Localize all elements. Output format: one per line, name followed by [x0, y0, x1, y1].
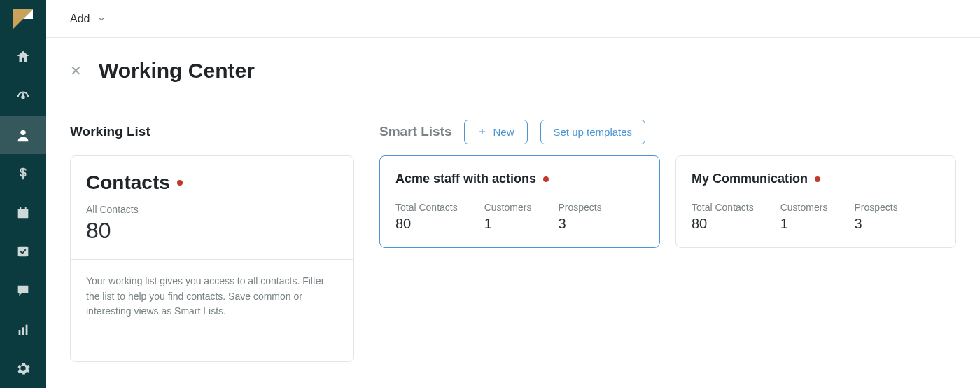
stat-label: Customers — [484, 202, 532, 213]
chat-icon[interactable] — [0, 271, 46, 310]
contacts-help-text: Your working list gives you access to al… — [71, 260, 354, 361]
stat-label: Customers — [780, 202, 828, 213]
plus-icon — [477, 127, 487, 137]
all-contacts-label: All Contacts — [86, 204, 338, 215]
stat-label: Prospects — [854, 202, 897, 213]
smart-card-title: My Communication — [692, 172, 808, 186]
add-label: Add — [70, 13, 90, 25]
add-button[interactable]: Add — [70, 13, 106, 25]
stat: Total Contacts 80 — [692, 202, 754, 232]
stat-label: Total Contacts — [692, 202, 754, 213]
page-header: ✕ Working Center — [70, 59, 956, 83]
setup-templates-label: Set up templates — [554, 126, 633, 138]
svg-rect-10 — [26, 324, 28, 335]
stat-label: Prospects — [558, 202, 601, 213]
smart-lists-column: Smart Lists New Set up templates Acme st… — [379, 119, 956, 248]
status-dot — [543, 176, 549, 182]
stat-value: 80 — [692, 216, 754, 232]
stat-value: 3 — [854, 216, 897, 232]
smart-lists-title: Smart Lists — [379, 124, 451, 139]
topbar: Add — [46, 0, 980, 38]
stat: Customers 1 — [484, 202, 532, 232]
check-icon[interactable] — [0, 233, 46, 272]
svg-point-2 — [22, 96, 24, 99]
calendar-icon[interactable] — [0, 193, 46, 233]
stats-row: Total Contacts 80 Customers 1 Prospects … — [692, 202, 940, 232]
svg-point-3 — [20, 130, 25, 134]
smart-lists-header: Smart Lists New Set up templates — [379, 119, 956, 144]
stat-value: 1 — [780, 216, 828, 232]
svg-rect-5 — [20, 207, 21, 210]
dollar-icon[interactable] — [0, 154, 46, 193]
status-dot — [177, 180, 183, 186]
svg-rect-9 — [22, 327, 24, 335]
contacts-count: 80 — [86, 218, 338, 244]
stat-value: 3 — [558, 216, 601, 232]
bars-icon[interactable] — [0, 310, 46, 349]
content: ✕ Working Center Working List Contacts A… — [46, 38, 980, 362]
stat: Total Contacts 80 — [396, 202, 458, 232]
stat-value: 80 — [396, 216, 458, 232]
svg-rect-8 — [19, 330, 21, 335]
gear-icon[interactable] — [0, 349, 46, 388]
svg-rect-7 — [18, 247, 29, 257]
stat-value: 1 — [484, 216, 532, 232]
setup-templates-button[interactable]: Set up templates — [540, 120, 646, 144]
status-dot — [815, 176, 820, 182]
home-icon[interactable] — [0, 38, 46, 77]
main: Add ✕ Working Center Working List Contac… — [46, 0, 980, 388]
smart-card-communication[interactable]: My Communication Total Contacts 80 Custo… — [676, 155, 956, 248]
contacts-card[interactable]: Contacts All Contacts 80 Your working li… — [70, 155, 354, 362]
working-list-title: Working List — [70, 124, 150, 139]
smart-card-title: Acme staff with actions — [396, 172, 536, 186]
smart-cards-row: Acme staff with actions Total Contacts 8… — [379, 155, 956, 248]
working-list-column: Working List Contacts All Contacts 80 Yo… — [70, 119, 354, 362]
chevron-down-icon — [97, 14, 106, 24]
svg-rect-6 — [25, 207, 27, 210]
working-list-header: Working List — [70, 119, 354, 144]
logo — [0, 0, 46, 38]
stats-row: Total Contacts 80 Customers 1 Prospects … — [396, 202, 644, 232]
stat: Prospects 3 — [558, 202, 601, 232]
stat-label: Total Contacts — [396, 202, 458, 213]
page-title: Working Center — [99, 59, 255, 83]
gauge-icon[interactable] — [0, 76, 46, 116]
columns: Working List Contacts All Contacts 80 Yo… — [70, 119, 956, 362]
close-icon[interactable]: ✕ — [70, 64, 82, 78]
new-button[interactable]: New — [464, 120, 527, 144]
person-icon[interactable] — [0, 116, 46, 155]
sidebar — [0, 0, 46, 388]
new-button-label: New — [493, 126, 514, 138]
stat: Prospects 3 — [854, 202, 897, 232]
svg-rect-4 — [18, 209, 29, 218]
smart-card-acme[interactable]: Acme staff with actions Total Contacts 8… — [379, 155, 660, 248]
contacts-card-title: Contacts — [86, 172, 170, 194]
stat: Customers 1 — [780, 202, 828, 232]
